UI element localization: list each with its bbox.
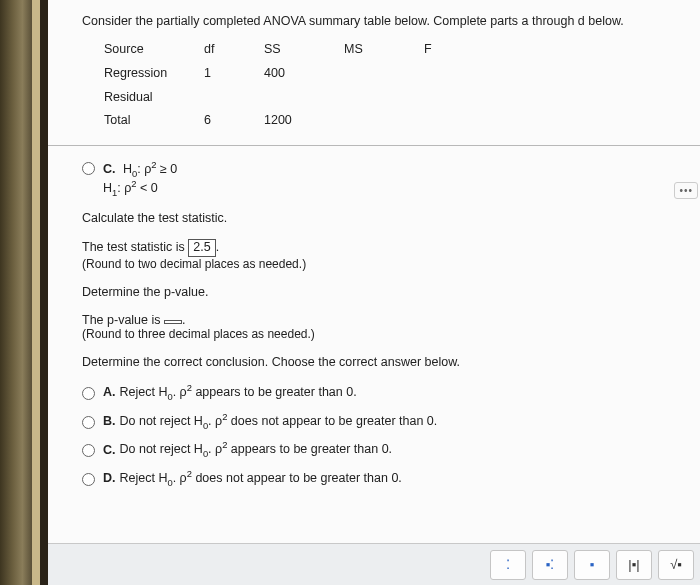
more-menu-button[interactable]: ••• (674, 182, 698, 199)
round-two-note: (Round to two decimal places as needed.) (82, 257, 678, 271)
absolute-value-button[interactable]: |▪| (616, 550, 652, 580)
option-b-text: B.Do not reject H0. ρ2 does not appear t… (103, 412, 437, 431)
p-suffix: . (182, 313, 185, 327)
determine-p-label: Determine the p-value. (82, 285, 678, 299)
radio-option-c-conc[interactable] (82, 444, 95, 457)
h1-text: H1: ρ2 < 0 (103, 179, 177, 198)
math-toolbar: ⁚ ▪⁚ ▪ |▪| √▪ (48, 543, 700, 585)
cell-f (424, 62, 484, 86)
anova-row-total: Total 6 1200 (104, 109, 678, 133)
determine-conclusion-label: Determine the correct conclusion. Choose… (82, 355, 678, 369)
option-a[interactable]: A.Reject H0. ρ2 appears to be greater th… (82, 383, 678, 402)
calc-label: Calculate the test statistic. (82, 211, 678, 225)
radio-option-b[interactable] (82, 416, 95, 429)
cell-ss (264, 86, 344, 110)
cell-ms (344, 86, 424, 110)
cell-f (424, 86, 484, 110)
option-b[interactable]: B.Do not reject H0. ρ2 does not appear t… (82, 412, 678, 431)
cell-df: 6 (204, 109, 264, 133)
question-page: Consider the partially completed ANOVA s… (48, 0, 700, 543)
exponent-button[interactable]: ▪ (574, 550, 610, 580)
test-statistic-line: The test statistic is 2.5. (82, 239, 678, 257)
option-c-conc[interactable]: C.Do not reject H0. ρ2 appears to be gre… (82, 440, 678, 459)
radio-option-c[interactable] (82, 162, 95, 175)
stat-suffix: . (216, 240, 219, 254)
option-d[interactable]: D.Reject H0. ρ2 does not appear to be gr… (82, 469, 678, 488)
stat-prefix: The test statistic is (82, 240, 188, 254)
round-three-note: (Round to three decimal places as needed… (82, 327, 678, 341)
cell-ms (344, 109, 424, 133)
header-f: F (424, 38, 484, 62)
photo-frame-edge (0, 0, 40, 585)
radio-option-a[interactable] (82, 387, 95, 400)
cell-ss: 400 (264, 62, 344, 86)
radio-option-d[interactable] (82, 473, 95, 486)
option-c[interactable]: C. H0: ρ2 ≥ 0 H1: ρ2 < 0 (82, 160, 678, 197)
h0-text: H0: ρ2 ≥ 0 (123, 162, 177, 176)
anova-table: Source df SS MS F Regression 1 400 Resid… (104, 38, 678, 133)
header-ss: SS (264, 38, 344, 62)
square-root-button[interactable]: √▪ (658, 550, 694, 580)
option-d-text: D.Reject H0. ρ2 does not appear to be gr… (103, 469, 402, 488)
header-ms: MS (344, 38, 424, 62)
test-statistic-input[interactable]: 2.5 (188, 239, 215, 257)
option-label: C. (103, 162, 116, 176)
cell-df: 1 (204, 62, 264, 86)
cell-f (424, 109, 484, 133)
anova-row-regression: Regression 1 400 (104, 62, 678, 86)
header-df: df (204, 38, 264, 62)
cell-ms (344, 62, 424, 86)
p-value-line: The p-value is . (82, 313, 678, 327)
cell-df (204, 86, 264, 110)
anova-row-residual: Residual (104, 86, 678, 110)
divider (48, 145, 700, 146)
question-intro: Consider the partially completed ANOVA s… (82, 14, 678, 28)
cell-ss: 1200 (264, 109, 344, 133)
anova-header-row: Source df SS MS F (104, 38, 678, 62)
mixed-fraction-button[interactable]: ▪⁚ (532, 550, 568, 580)
option-c-content: C. H0: ρ2 ≥ 0 H1: ρ2 < 0 (103, 160, 177, 197)
option-c-text: C.Do not reject H0. ρ2 appears to be gre… (103, 440, 392, 459)
fraction-button[interactable]: ⁚ (490, 550, 526, 580)
p-value-input[interactable] (164, 320, 182, 324)
p-prefix: The p-value is (82, 313, 164, 327)
cell-source: Total (104, 109, 204, 133)
cell-source: Residual (104, 86, 204, 110)
option-a-text: A.Reject H0. ρ2 appears to be greater th… (103, 383, 357, 402)
header-source: Source (104, 38, 204, 62)
cell-source: Regression (104, 62, 204, 86)
conclusion-options: A.Reject H0. ρ2 appears to be greater th… (82, 383, 678, 488)
